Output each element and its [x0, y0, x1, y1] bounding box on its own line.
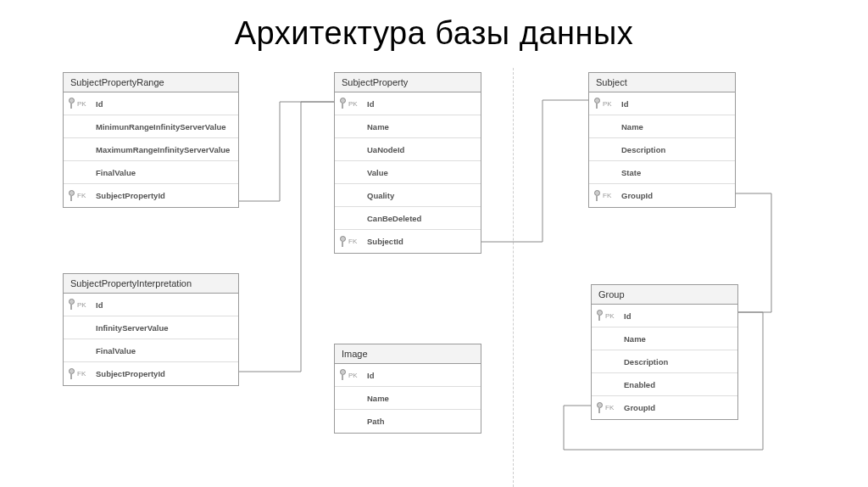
field-name: UaNodeId: [367, 145, 477, 154]
table-subject: Subject PK Id Name Description State FK …: [588, 72, 736, 208]
table-row: FK SubjectPropertyId: [64, 184, 238, 207]
key-icon: [338, 236, 347, 248]
table-row: MaximumRangeInfinityServerValue: [64, 138, 238, 161]
table-row: PK Id: [335, 364, 481, 387]
table-subject-property-range: SubjectPropertyRange PK Id MinimunRangeI…: [63, 72, 239, 208]
table-row: PK Id: [64, 294, 238, 316]
table-row: FK GroupId: [592, 396, 737, 419]
table-row: PK Id: [64, 92, 238, 115]
table-row: Name: [335, 115, 481, 138]
key-icon: [338, 369, 347, 381]
field-name: Id: [96, 300, 235, 310]
table-row: FinalValue: [64, 161, 238, 184]
field-name: GroupId: [621, 191, 732, 200]
table-subject-property-interpretation: SubjectPropertyInterpretation PK Id Infi…: [63, 273, 239, 386]
table-row: Quality: [335, 184, 481, 207]
key-icon: [593, 98, 601, 109]
field-name: Name: [367, 122, 477, 132]
table-row: MinimunRangeInfinityServerValue: [64, 115, 238, 138]
field-name: CanBeDeleted: [367, 214, 477, 223]
field-name: Description: [624, 357, 734, 367]
table-row: CanBeDeleted: [335, 207, 481, 230]
field-name: MinimunRangeInfinityServerValue: [96, 122, 235, 132]
field-name: Id: [367, 99, 477, 109]
table-row: UaNodeId: [335, 138, 481, 161]
table-row: FinalValue: [64, 339, 238, 362]
key-icon: [338, 98, 347, 109]
field-name: FinalValue: [96, 346, 235, 355]
table-subject-property: SubjectProperty PK Id Name UaNodeId Valu…: [334, 72, 481, 254]
table-row: Name: [592, 327, 737, 350]
field-name: Name: [621, 122, 732, 132]
key-icon: [595, 310, 604, 322]
field-name: Description: [621, 145, 732, 154]
table-row: Enabled: [592, 373, 737, 396]
field-name: Name: [367, 394, 477, 403]
key-icon: [595, 402, 604, 414]
field-name: Id: [624, 311, 734, 321]
table-row: Name: [589, 115, 735, 138]
field-name: Name: [624, 334, 734, 344]
table-header: Subject: [589, 73, 735, 92]
table-group: Group PK Id Name Description Enabled FK …: [591, 284, 738, 420]
key-icon: [67, 98, 75, 109]
field-name: Enabled: [624, 380, 734, 389]
field-name: State: [621, 168, 732, 177]
field-name: Id: [621, 99, 732, 109]
field-name: Id: [96, 99, 235, 109]
field-name: SubjectId: [367, 237, 477, 246]
table-row: Name: [335, 387, 481, 410]
table-header: SubjectProperty: [335, 73, 481, 92]
table-header: SubjectPropertyRange: [64, 73, 238, 92]
table-image: Image PK Id Name Path: [334, 344, 481, 434]
table-header: SubjectPropertyInterpretation: [64, 274, 238, 294]
field-name: Value: [367, 168, 477, 177]
table-row: Value: [335, 161, 481, 184]
table-row: Description: [592, 350, 737, 373]
key-icon: [67, 368, 75, 380]
table-row: FK GroupId: [589, 184, 735, 207]
table-row: InfinityServerValue: [64, 316, 238, 339]
table-row: State: [589, 161, 735, 184]
table-row: FK SubjectPropertyId: [64, 362, 238, 385]
table-row: PK Id: [589, 92, 735, 115]
field-name: InfinityServerValue: [96, 323, 235, 333]
table-header: Image: [335, 344, 481, 364]
field-name: Quality: [367, 191, 477, 200]
key-icon: [593, 190, 601, 202]
key-icon: [67, 299, 75, 311]
key-icon: [67, 190, 75, 202]
field-name: GroupId: [624, 403, 734, 412]
table-row: FK SubjectId: [335, 230, 481, 253]
table-row: PK Id: [335, 92, 481, 115]
table-row: Path: [335, 410, 481, 433]
field-name: SubjectPropertyId: [96, 191, 235, 200]
field-name: MaximumRangeInfinityServerValue: [96, 145, 235, 154]
field-name: SubjectPropertyId: [96, 369, 235, 378]
table-row: Description: [589, 138, 735, 161]
table-header: Group: [592, 285, 737, 305]
field-name: Path: [367, 417, 477, 426]
field-name: FinalValue: [96, 168, 235, 177]
field-name: Id: [367, 371, 477, 380]
table-row: PK Id: [592, 305, 737, 327]
